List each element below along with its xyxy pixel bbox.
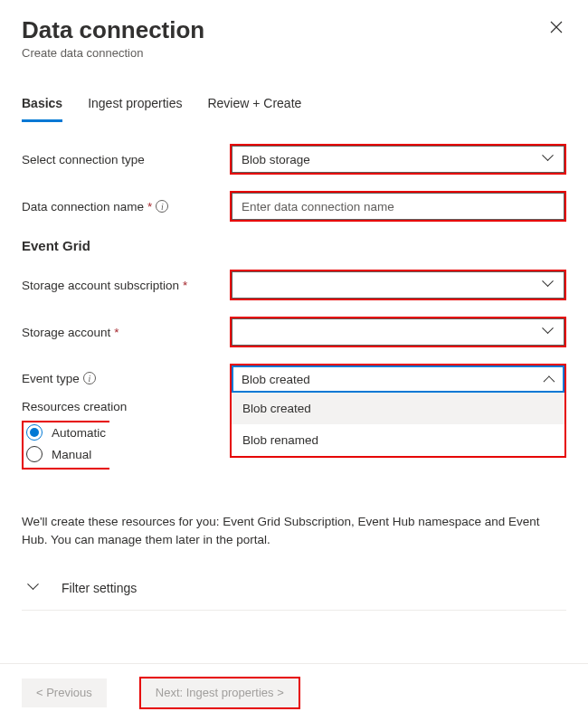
event-type-select[interactable]: Blob created: [232, 365, 564, 393]
connection-type-select[interactable]: Blob storage: [232, 146, 564, 173]
info-icon[interactable]: i: [156, 200, 168, 213]
required-indicator: *: [114, 326, 119, 339]
tab-ingest-properties[interactable]: Ingest properties: [88, 90, 182, 122]
radio-label-automatic: Automatic: [52, 426, 106, 440]
connection-name-label: Data connection name * i: [22, 200, 230, 213]
chevron-down-icon: [544, 280, 555, 290]
next-button[interactable]: Next: Ingest properties >: [141, 678, 299, 707]
event-type-option-blob-renamed[interactable]: Blob renamed: [232, 424, 564, 456]
info-icon[interactable]: i: [83, 372, 96, 384]
event-type-label: Event type i: [22, 372, 230, 385]
radio-icon: [26, 424, 43, 441]
wizard-footer: < Previous Next: Ingest properties >: [0, 663, 588, 721]
storage-account-select[interactable]: [232, 318, 564, 346]
chevron-up-icon: [544, 374, 555, 384]
storage-subscription-select[interactable]: [232, 271, 564, 299]
radio-manual[interactable]: Manual: [24, 445, 109, 467]
required-indicator: *: [183, 279, 187, 292]
chevron-down-icon: [544, 327, 555, 337]
close-button[interactable]: [546, 16, 566, 40]
radio-label-manual: Manual: [52, 448, 91, 461]
connection-name-input[interactable]: [232, 193, 564, 220]
chevron-down-icon: [544, 154, 555, 165]
connection-type-label: Select connection type: [22, 153, 230, 166]
event-type-dropdown: Blob created Blob renamed: [230, 393, 566, 458]
storage-account-label: Storage account *: [22, 326, 230, 339]
close-icon: [550, 21, 563, 33]
page-subtitle: Create data connection: [22, 46, 204, 60]
chevron-down-icon: [29, 583, 40, 593]
filter-settings-expander[interactable]: Filter settings: [22, 572, 566, 604]
radio-automatic[interactable]: Automatic: [24, 423, 109, 445]
event-type-option-blob-created[interactable]: Blob created: [232, 393, 564, 424]
page-title: Data connection: [22, 16, 204, 44]
storage-subscription-label: Storage account subscription *: [22, 279, 230, 292]
resources-description: We'll create these resources for you: Ev…: [22, 513, 566, 550]
divider: [22, 610, 566, 611]
radio-icon: [26, 446, 43, 462]
required-indicator: *: [147, 200, 152, 213]
tab-review-create[interactable]: Review + Create: [207, 90, 301, 122]
event-grid-heading: Event Grid: [22, 238, 566, 253]
previous-button[interactable]: < Previous: [22, 678, 107, 707]
tab-basics[interactable]: Basics: [22, 90, 62, 122]
tab-bar: Basics Ingest properties Review + Create: [22, 90, 566, 122]
